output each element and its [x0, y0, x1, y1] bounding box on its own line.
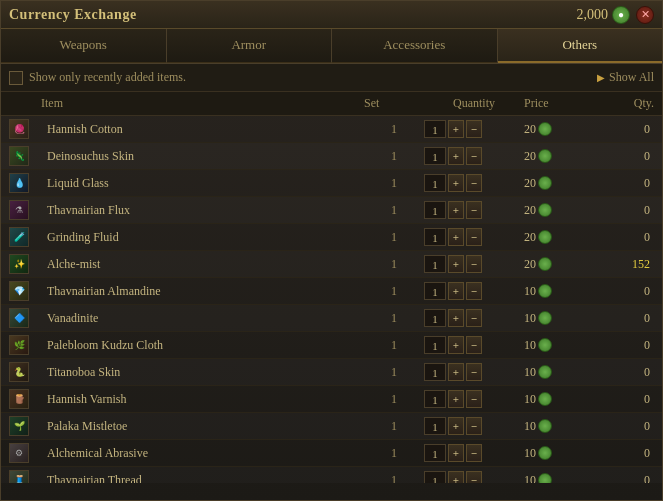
recent-filter-checkbox[interactable] [9, 71, 23, 85]
quantity-decrement[interactable]: − [466, 444, 482, 462]
quantity-increment[interactable]: + [448, 255, 464, 273]
item-price: 20 [524, 122, 604, 137]
item-name: Alchemical Abrasive [41, 446, 364, 461]
price-coin-icon [538, 446, 552, 460]
quantity-controls: 1 + − [424, 471, 524, 483]
quantity-decrement[interactable]: − [466, 174, 482, 192]
quantity-decrement[interactable]: − [466, 147, 482, 165]
item-icon: 🌱 [9, 416, 29, 436]
item-name: Hannish Cotton [41, 122, 364, 137]
quantity-increment[interactable]: + [448, 174, 464, 192]
item-icon: 🧵 [9, 470, 29, 483]
item-icon: 💧 [9, 173, 29, 193]
table-row: 🌿 Palebloom Kudzu Cloth 1 1 + − 10 0 [1, 332, 662, 359]
quantity-decrement[interactable]: − [466, 201, 482, 219]
price-value: 20 [524, 122, 536, 137]
quantity-decrement[interactable]: − [466, 255, 482, 273]
table-row: 🦎 Deinosuchus Skin 1 1 + − 20 0 [1, 143, 662, 170]
recent-filter-text: Show only recently added items. [29, 70, 186, 85]
quantity-value: 1 [424, 174, 446, 192]
quantity-controls: 1 + − [424, 444, 524, 462]
coin-icon: ● [612, 6, 630, 24]
item-stock: 0 [604, 230, 654, 245]
item-price: 10 [524, 338, 604, 353]
price-value: 10 [524, 284, 536, 299]
item-set: 1 [364, 311, 424, 326]
quantity-increment[interactable]: + [448, 417, 464, 435]
quantity-decrement[interactable]: − [466, 120, 482, 138]
quantity-decrement[interactable]: − [466, 282, 482, 300]
price-coin-icon [538, 419, 552, 433]
show-all-label: Show All [609, 70, 654, 85]
table-row: ⚙ Alchemical Abrasive 1 1 + − 10 0 [1, 440, 662, 467]
table-row: 🧶 Hannish Cotton 1 1 + − 20 0 [1, 116, 662, 143]
tab-armor[interactable]: Armor [167, 29, 333, 63]
item-set: 1 [364, 149, 424, 164]
item-name: Thavnairian Almandine [41, 284, 364, 299]
item-stock: 0 [604, 122, 654, 137]
quantity-decrement[interactable]: − [466, 363, 482, 381]
quantity-controls: 1 + − [424, 228, 524, 246]
quantity-increment[interactable]: + [448, 120, 464, 138]
quantity-increment[interactable]: + [448, 471, 464, 483]
quantity-increment[interactable]: + [448, 363, 464, 381]
item-name: Deinosuchus Skin [41, 149, 364, 164]
quantity-increment[interactable]: + [448, 282, 464, 300]
table-row: ⚗ Thavnairian Flux 1 1 + − 20 0 [1, 197, 662, 224]
quantity-decrement[interactable]: − [466, 336, 482, 354]
item-price: 10 [524, 473, 604, 484]
price-coin-icon [538, 338, 552, 352]
tab-others[interactable]: Others [498, 29, 663, 63]
quantity-decrement[interactable]: − [466, 417, 482, 435]
window-title: Currency Exchange [9, 7, 137, 23]
quantity-increment[interactable]: + [448, 390, 464, 408]
table-header: Item Set Quantity Price Qty. [1, 92, 662, 116]
quantity-increment[interactable]: + [448, 336, 464, 354]
quantity-decrement[interactable]: − [466, 390, 482, 408]
recent-filter-label[interactable]: Show only recently added items. [9, 70, 186, 85]
quantity-decrement[interactable]: − [466, 228, 482, 246]
quantity-value: 1 [424, 282, 446, 300]
price-value: 20 [524, 176, 536, 191]
quantity-value: 1 [424, 390, 446, 408]
quantity-increment[interactable]: + [448, 444, 464, 462]
price-coin-icon [538, 392, 552, 406]
quantity-decrement[interactable]: − [466, 309, 482, 327]
quantity-increment[interactable]: + [448, 201, 464, 219]
close-button[interactable]: ✕ [636, 6, 654, 24]
item-set: 1 [364, 257, 424, 272]
table-row: 💧 Liquid Glass 1 1 + − 20 0 [1, 170, 662, 197]
item-stock: 152 [604, 257, 654, 272]
item-icon: ⚙ [9, 443, 29, 463]
currency-amount: 2,000 [577, 7, 609, 23]
price-value: 10 [524, 446, 536, 461]
show-all-button[interactable]: ▶ Show All [597, 70, 654, 85]
item-stock: 0 [604, 176, 654, 191]
quantity-decrement[interactable]: − [466, 471, 482, 483]
item-stock: 0 [604, 203, 654, 218]
price-value: 10 [524, 392, 536, 407]
quantity-increment[interactable]: + [448, 309, 464, 327]
item-set: 1 [364, 473, 424, 484]
quantity-increment[interactable]: + [448, 228, 464, 246]
quantity-controls: 1 + − [424, 390, 524, 408]
price-coin-icon [538, 284, 552, 298]
quantity-controls: 1 + − [424, 120, 524, 138]
quantity-controls: 1 + − [424, 282, 524, 300]
item-icon: 🔷 [9, 308, 29, 328]
quantity-value: 1 [424, 336, 446, 354]
item-price: 10 [524, 365, 604, 380]
quantity-controls: 1 + − [424, 201, 524, 219]
item-price: 10 [524, 392, 604, 407]
tab-accessories[interactable]: Accessories [332, 29, 498, 63]
filter-bar: Show only recently added items. ▶ Show A… [1, 64, 662, 92]
currency-display: 2,000 ● [577, 6, 631, 24]
tab-weapons[interactable]: Weapons [1, 29, 167, 63]
item-icon: 🪵 [9, 389, 29, 409]
quantity-value: 1 [424, 444, 446, 462]
quantity-controls: 1 + − [424, 417, 524, 435]
quantity-increment[interactable]: + [448, 147, 464, 165]
item-name: Thavnairian Thread [41, 473, 364, 484]
item-price: 20 [524, 230, 604, 245]
item-set: 1 [364, 122, 424, 137]
